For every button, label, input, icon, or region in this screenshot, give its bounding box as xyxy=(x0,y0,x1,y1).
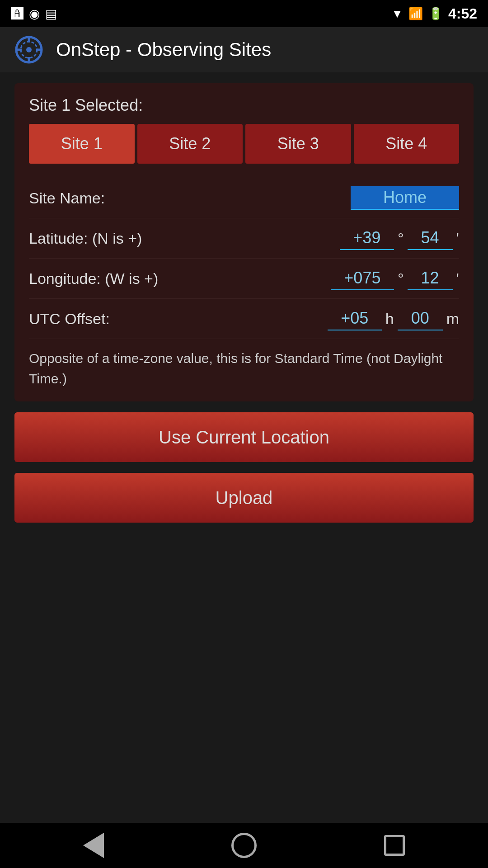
bottom-nav xyxy=(0,823,488,868)
latitude-value: ° ' xyxy=(340,226,459,250)
utc-offset-label: UTC Offset: xyxy=(29,310,328,328)
utc-note: Opposite of a time-zone value, this is f… xyxy=(29,348,459,389)
signal-icon: 📶 xyxy=(408,7,423,21)
longitude-row: Longitude: (W is +) ° ' xyxy=(29,259,459,299)
svg-point-1 xyxy=(26,47,32,52)
back-icon xyxy=(83,833,104,858)
status-bar: 🅰 ◉ ▤ ▼ 📶 🔋 4:52 xyxy=(0,0,488,27)
status-bar-left: 🅰 ◉ ▤ xyxy=(11,6,57,21)
site-3-button[interactable]: Site 3 xyxy=(245,124,351,164)
longitude-min-input[interactable] xyxy=(408,267,453,290)
sd-card-icon: ▤ xyxy=(45,6,57,21)
latitude-deg-input[interactable] xyxy=(340,226,394,250)
sim-card-icon: 🅰 xyxy=(11,6,23,21)
status-time: 4:52 xyxy=(448,5,477,22)
upload-button[interactable]: Upload xyxy=(14,473,474,523)
site-4-button[interactable]: Site 4 xyxy=(354,124,460,164)
utc-m-label: m xyxy=(446,310,459,328)
site-selected-label: Site 1 Selected: xyxy=(29,96,459,115)
home-icon xyxy=(231,833,257,858)
longitude-label: Longitude: (W is +) xyxy=(29,270,331,288)
app-title: OnStep - Observing Sites xyxy=(56,39,271,61)
app-bar: OnStep - Observing Sites xyxy=(0,27,488,72)
longitude-deg-input[interactable] xyxy=(331,267,394,290)
latitude-label: Latitude: (N is +) xyxy=(29,230,340,247)
main-content: Site 1 Selected: Site 1 Site 2 Site 3 Si… xyxy=(0,72,488,823)
longitude-deg-symbol: ° xyxy=(398,270,404,288)
site-name-input[interactable] xyxy=(351,186,459,210)
nav-back-button[interactable] xyxy=(75,827,112,863)
status-bar-right: ▼ 📶 🔋 4:52 xyxy=(391,5,477,22)
latitude-min-symbol: ' xyxy=(456,230,460,247)
site-1-button[interactable]: Site 1 xyxy=(29,124,135,164)
recents-icon xyxy=(384,835,405,856)
use-current-location-button[interactable]: Use Current Location xyxy=(14,412,474,462)
latitude-deg-symbol: ° xyxy=(398,230,404,247)
utc-offset-value: h m xyxy=(328,307,459,330)
utc-hours-input[interactable] xyxy=(328,307,382,330)
onstep-app-icon xyxy=(14,35,43,64)
nav-home-button[interactable] xyxy=(226,827,262,863)
utc-offset-row: UTC Offset: h m xyxy=(29,299,459,339)
site-2-button[interactable]: Site 2 xyxy=(137,124,243,164)
latitude-min-input[interactable] xyxy=(408,226,453,250)
battery-icon: 🔋 xyxy=(428,7,443,21)
utc-minutes-input[interactable] xyxy=(398,307,443,330)
longitude-min-symbol: ' xyxy=(456,270,460,288)
longitude-value: ° ' xyxy=(331,267,459,290)
site-buttons-row: Site 1 Site 2 Site 3 Site 4 xyxy=(29,124,459,164)
nav-recents-button[interactable] xyxy=(376,827,413,863)
settings-icon: ◉ xyxy=(29,6,40,21)
latitude-row: Latitude: (N is +) ° ' xyxy=(29,218,459,259)
sites-card: Site 1 Selected: Site 1 Site 2 Site 3 Si… xyxy=(14,83,474,401)
site-name-label: Site Name: xyxy=(29,189,351,207)
wifi-icon: ▼ xyxy=(391,7,403,21)
site-name-value xyxy=(351,186,459,210)
site-name-row: Site Name: xyxy=(29,178,459,218)
utc-h-label: h xyxy=(385,310,394,328)
